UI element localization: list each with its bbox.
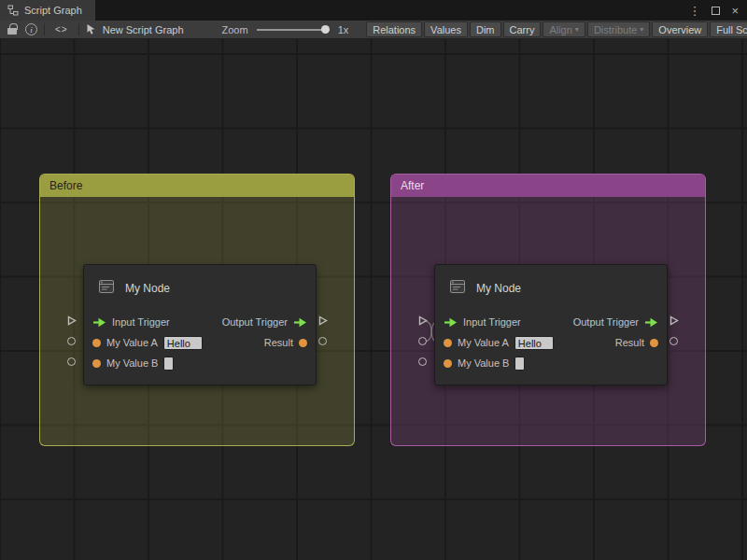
node-row-value-a: My Value A Hello Result bbox=[435, 332, 667, 353]
dim-button[interactable]: Dim bbox=[470, 21, 501, 37]
outer-input-trigger-port[interactable] bbox=[417, 315, 428, 326]
value-a-input[interactable]: Hello bbox=[163, 336, 203, 350]
graph-canvas[interactable]: Before My Node bbox=[0, 39, 747, 560]
node-row-value-b: My Value B bbox=[435, 353, 667, 373]
group-after-header[interactable]: After bbox=[391, 175, 705, 197]
my-node[interactable]: My Node Input Trigger Output Trigger bbox=[83, 264, 317, 385]
group-before-header[interactable]: Before bbox=[40, 175, 354, 197]
script-graph-icon bbox=[7, 5, 19, 16]
result-port-icon[interactable] bbox=[650, 339, 658, 347]
value-a-port-icon[interactable] bbox=[444, 339, 452, 347]
node-header[interactable]: My Node bbox=[435, 265, 667, 312]
value-b-input[interactable] bbox=[514, 357, 525, 371]
zoom-slider[interactable] bbox=[257, 23, 330, 36]
value-b-port-icon[interactable] bbox=[92, 359, 101, 368]
port-label: Output Trigger bbox=[222, 316, 288, 328]
tab-bar: Script Graph ⋮ × bbox=[0, 0, 747, 21]
port-label: Input Trigger bbox=[463, 316, 521, 328]
port-label: My Value B bbox=[458, 357, 509, 369]
result-port-icon[interactable] bbox=[299, 339, 307, 347]
script-machine-icon bbox=[448, 277, 467, 300]
port-label: Output Trigger bbox=[573, 316, 639, 328]
node-header[interactable]: My Node bbox=[84, 265, 316, 312]
input-trigger-port-icon[interactable] bbox=[444, 317, 458, 328]
output-trigger-port-icon[interactable] bbox=[293, 317, 307, 328]
outer-input-trigger-port[interactable] bbox=[66, 315, 77, 326]
port-label: My Value B bbox=[106, 357, 158, 369]
overview-button[interactable]: Overview bbox=[652, 21, 708, 37]
outer-result-port[interactable] bbox=[669, 336, 679, 346]
output-trigger-port-icon[interactable] bbox=[644, 317, 658, 328]
input-trigger-port-icon[interactable] bbox=[92, 317, 106, 328]
script-machine-icon bbox=[97, 277, 116, 300]
port-label: My Value A bbox=[458, 337, 509, 348]
carry-button[interactable]: Carry bbox=[503, 21, 542, 37]
port-label: Input Trigger bbox=[112, 316, 170, 328]
maximize-icon[interactable] bbox=[712, 7, 720, 15]
toolbar-divider bbox=[44, 23, 45, 35]
window-controls: ⋮ × bbox=[688, 0, 747, 21]
values-button[interactable]: Values bbox=[424, 21, 468, 37]
node-row-value-b: My Value B bbox=[84, 353, 316, 373]
toolbar-divider bbox=[78, 23, 79, 35]
port-label: Result bbox=[264, 337, 293, 348]
graph-breadcrumb[interactable]: New Script Graph bbox=[103, 24, 184, 35]
graph-pointer-icon bbox=[86, 23, 96, 35]
align-button: Align ▾ bbox=[543, 21, 585, 37]
graph-toolbar: <> New Script Graph Zoom 1x Relations Va… bbox=[0, 21, 747, 39]
outer-value-a-port[interactable] bbox=[66, 336, 77, 346]
my-node[interactable]: My Node Input Trigger Output Trigger bbox=[434, 264, 668, 385]
group-before[interactable]: Before My Node bbox=[39, 174, 355, 446]
close-icon[interactable]: × bbox=[731, 5, 739, 17]
outer-result-port[interactable] bbox=[317, 336, 328, 346]
port-label: My Value A bbox=[106, 337, 158, 348]
node-title: My Node bbox=[476, 282, 521, 295]
tab-script-graph[interactable]: Script Graph bbox=[0, 0, 95, 21]
zoom-value: 1x bbox=[338, 24, 349, 35]
distribute-button: Distribute ▾ bbox=[587, 21, 650, 37]
node-row-trigger: Input Trigger Output Trigger bbox=[84, 312, 316, 332]
node-row-trigger: Input Trigger Output Trigger bbox=[435, 312, 667, 332]
dropdown-caret-icon: ▾ bbox=[640, 25, 643, 34]
node-title: My Node bbox=[125, 282, 170, 295]
group-title: Before bbox=[49, 179, 82, 192]
dropdown-caret-icon: ▾ bbox=[575, 25, 579, 34]
outer-value-a-port[interactable] bbox=[417, 336, 428, 346]
outer-output-trigger-port[interactable] bbox=[669, 315, 679, 326]
unity-window: Script Graph ⋮ × <> New Script Graph Zoo… bbox=[0, 0, 747, 560]
zoom-slider-track bbox=[257, 29, 330, 31]
port-label: Result bbox=[615, 337, 644, 348]
outer-value-b-port[interactable] bbox=[66, 357, 77, 367]
relations-button[interactable]: Relations bbox=[366, 21, 422, 37]
lock-icon[interactable] bbox=[7, 28, 17, 35]
info-icon[interactable] bbox=[25, 23, 37, 35]
zoom-slider-handle[interactable] bbox=[321, 25, 330, 34]
group-title: After bbox=[401, 179, 424, 192]
value-a-port-icon[interactable] bbox=[92, 339, 101, 347]
group-after[interactable]: After My Node bbox=[390, 174, 706, 446]
kebab-menu-icon[interactable]: ⋮ bbox=[688, 5, 700, 17]
tab-title: Script Graph bbox=[24, 5, 82, 16]
outer-output-trigger-port[interactable] bbox=[317, 315, 328, 326]
toolbar-buttons: Relations Values Dim Carry Align ▾ Distr… bbox=[366, 21, 747, 37]
zoom-label: Zoom bbox=[222, 24, 248, 35]
value-a-input[interactable]: Hello bbox=[514, 336, 554, 350]
node-row-value-a: My Value A Hello Result bbox=[84, 332, 316, 353]
value-b-port-icon[interactable] bbox=[444, 359, 452, 368]
code-icon[interactable]: <> bbox=[51, 24, 72, 35]
value-b-input[interactable] bbox=[163, 357, 174, 371]
fullscreen-button[interactable]: Full Scr bbox=[710, 21, 747, 37]
outer-value-b-port[interactable] bbox=[417, 357, 428, 367]
